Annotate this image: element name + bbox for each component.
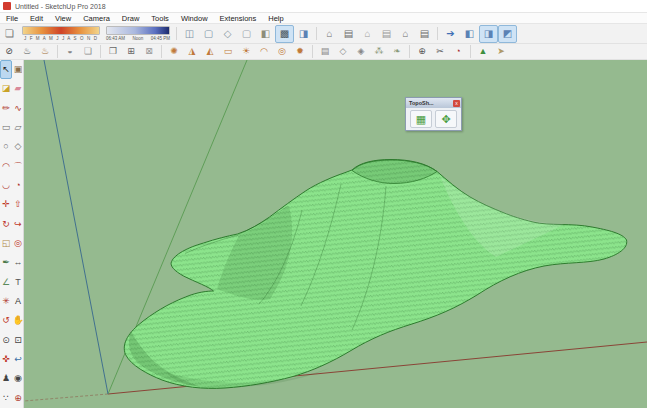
solid-cube-icon-2[interactable]: ◨: [479, 25, 498, 43]
rotated-rectangle-tool[interactable]: ▱: [12, 118, 24, 137]
dome-light-icon[interactable]: ◠: [255, 44, 273, 59]
menu-camera[interactable]: Camera: [77, 13, 116, 24]
shaded-textures-style-icon[interactable]: ▩: [275, 25, 294, 43]
shadow-date-slider[interactable]: J F M A M J J A S O N D: [22, 26, 100, 41]
sphere-axes-icon[interactable]: ⊕: [413, 44, 431, 59]
circle-tool[interactable]: ○: [0, 137, 12, 156]
toposhaper-toolbar[interactable]: TopoSh... x ▦✥: [405, 97, 462, 131]
menu-help[interactable]: Help: [262, 13, 289, 24]
menu-tools[interactable]: Tools: [145, 13, 175, 24]
line-tool[interactable]: ✏: [0, 99, 12, 118]
sphere-light-icon[interactable]: ☀: [237, 44, 255, 59]
fur-grass-icon[interactable]: ⁂: [370, 44, 388, 59]
pie-tool[interactable]: ◔: [12, 176, 24, 195]
two-point-arc-tool[interactable]: ◠: [0, 157, 12, 176]
dimension-tool[interactable]: ↔: [12, 253, 24, 272]
material-teapot-icon[interactable]: ♨: [36, 44, 54, 59]
protractor-tool[interactable]: ∠: [0, 273, 12, 292]
back-view-icon[interactable]: ⌂: [396, 25, 415, 43]
leaf-icon[interactable]: ❧: [388, 44, 406, 59]
top-view-icon[interactable]: ▤: [339, 25, 358, 43]
render-teapot-icon[interactable]: ♨: [18, 44, 36, 59]
viewport-canvas[interactable]: [24, 60, 647, 408]
clip-tool-icon[interactable]: ✂: [431, 44, 449, 59]
menu-extensions[interactable]: Extensions: [214, 13, 263, 24]
mesh-light-icon[interactable]: ◎: [273, 44, 291, 59]
eraser-tool[interactable]: ▰: [12, 79, 24, 98]
topo-edit-mesh-icon[interactable]: ✥: [435, 110, 457, 128]
toposhaper-title-bar[interactable]: TopoSh... x: [406, 98, 461, 108]
3d-text-tool[interactable]: A: [12, 292, 24, 311]
shadows-toggle-icon[interactable]: ❏: [0, 25, 19, 43]
spot-light-icon[interactable]: ◮: [183, 44, 201, 59]
offset-tool[interactable]: ◎: [12, 234, 24, 253]
shadow-time-slider[interactable]: 06:43 AM Noon 04:45 PM: [106, 26, 170, 41]
look-around-tool[interactable]: ◉: [12, 369, 24, 388]
solid-cube-icon-3[interactable]: ◩: [498, 25, 517, 43]
menu-view[interactable]: View: [49, 13, 77, 24]
back-edges-style-icon[interactable]: ▢: [199, 25, 218, 43]
polygon-tool[interactable]: ◇: [12, 137, 24, 156]
monochrome-style-icon[interactable]: ◨: [294, 25, 313, 43]
solid-cube-icon-1[interactable]: ◧: [460, 25, 479, 43]
front-view-icon[interactable]: ⌂: [358, 25, 377, 43]
rotate-tool[interactable]: ↻: [0, 215, 12, 234]
terrain-gradient-icon[interactable]: ▲: [474, 44, 492, 59]
tape-measure-tool[interactable]: ✒: [0, 253, 12, 272]
position-camera-tool[interactable]: ♟: [0, 369, 12, 388]
hidden-line-style-icon[interactable]: ▢: [237, 25, 256, 43]
section-plane-tool[interactable]: ⊕: [12, 389, 24, 408]
omni-light-icon[interactable]: ✺: [165, 44, 183, 59]
pointer-tool-icon[interactable]: ➤: [492, 44, 510, 59]
zoom-window-tool[interactable]: ⊡: [12, 331, 24, 350]
follow-me-tool[interactable]: ↪: [12, 215, 24, 234]
iso-view-icon[interactable]: ⌂: [320, 25, 339, 43]
menu-window[interactable]: Window: [175, 13, 214, 24]
xray-style-icon[interactable]: ◫: [180, 25, 199, 43]
lock-icon[interactable]: ⊠: [140, 44, 158, 59]
paint-bucket-tool[interactable]: ◪: [0, 79, 12, 98]
rectangle-tool[interactable]: ▭: [0, 118, 12, 137]
move-tool[interactable]: ✛: [0, 195, 12, 214]
topo-from-contours-icon[interactable]: ▦: [410, 110, 432, 128]
proxy-table-icon[interactable]: ▤: [316, 44, 334, 59]
rectangle-light-icon[interactable]: ▭: [219, 44, 237, 59]
sun-light-icon[interactable]: ✹: [291, 44, 309, 59]
orbit-tool[interactable]: ↺: [0, 311, 12, 330]
options-window-icon[interactable]: ⊞: [122, 44, 140, 59]
render-window-icon[interactable]: ❐: [104, 44, 122, 59]
scale-tool[interactable]: ◱: [0, 234, 12, 253]
three-point-arc-tool[interactable]: ⌒: [12, 157, 24, 176]
walk-tool[interactable]: ∵: [0, 389, 12, 408]
no-entry-icon[interactable]: ⊘: [0, 44, 18, 59]
close-icon[interactable]: x: [453, 100, 460, 107]
zoom-extents-tool[interactable]: ✜: [0, 350, 12, 369]
export-arrow-icon[interactable]: ➔: [441, 25, 460, 43]
pan-tool[interactable]: ✋: [12, 311, 24, 330]
select-tool[interactable]: ↖: [0, 60, 12, 79]
menu-file[interactable]: File: [0, 13, 24, 24]
left-view-icon[interactable]: ▤: [415, 25, 434, 43]
freehand-tool[interactable]: ∿: [12, 99, 24, 118]
proxy-cube-icon[interactable]: ◇: [334, 44, 352, 59]
axes-tool[interactable]: ✳: [0, 292, 12, 311]
menu-edit[interactable]: Edit: [24, 13, 49, 24]
wireframe-style-icon[interactable]: ◇: [218, 25, 237, 43]
compass-tool-icon[interactable]: ◔: [449, 44, 467, 59]
separator: [100, 45, 101, 58]
make-component-tool[interactable]: ▣: [12, 60, 24, 79]
previous-view-tool[interactable]: ↩: [12, 350, 24, 369]
arc-tool[interactable]: ◡: [0, 176, 12, 195]
proxy-export-icon[interactable]: ◈: [352, 44, 370, 59]
shaded-style-icon[interactable]: ◧: [256, 25, 275, 43]
push-pull-tool[interactable]: ⇧: [12, 195, 24, 214]
zoom-tool[interactable]: ⊙: [0, 331, 12, 350]
ies-light-icon[interactable]: ◭: [201, 44, 219, 59]
right-view-icon[interactable]: ▤: [377, 25, 396, 43]
menu-draw[interactable]: Draw: [116, 13, 146, 24]
batch-render-icon[interactable]: ❏: [79, 44, 97, 59]
shadow-date-bar[interactable]: [22, 26, 100, 35]
text-tool[interactable]: T: [12, 273, 24, 292]
shadow-time-bar[interactable]: [106, 26, 170, 35]
sunset-preview-icon[interactable]: ◒: [61, 44, 79, 59]
